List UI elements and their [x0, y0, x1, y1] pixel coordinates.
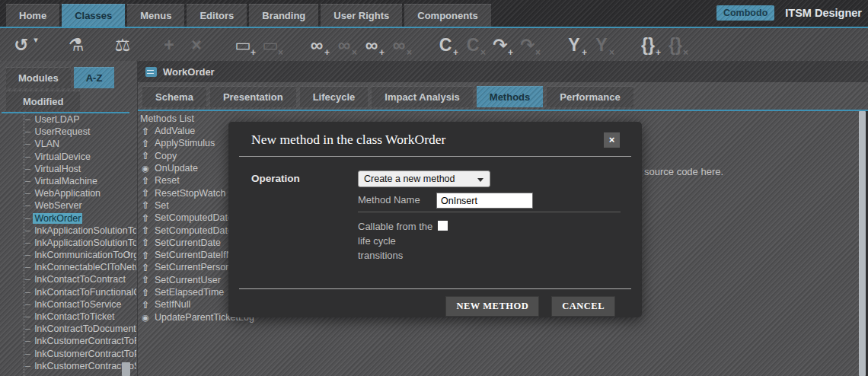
class-item[interactable]: lnkCommunicationToOrga [25, 249, 136, 261]
source-code-hint: source code here. [644, 166, 723, 177]
class-item[interactable]: lnkApplicationSolutionToF [25, 237, 136, 249]
class-title: WorkOrder [163, 66, 215, 78]
nav-tab-branding[interactable]: Branding [249, 4, 318, 27]
add-method-button[interactable]: {} + [638, 31, 658, 59]
undo-menu-caret[interactable]: ▾ [32, 28, 40, 51]
sidebar-tabs: ModulesA-Z [6, 67, 114, 88]
class-icon [145, 67, 157, 77]
delete-stimulus-button[interactable]: C × [463, 31, 483, 59]
class-item[interactable]: VLAN [25, 138, 136, 150]
arrow-up-icon [140, 187, 151, 199]
main-scrollbar[interactable] [859, 111, 866, 376]
delete-method-button[interactable]: {} × [665, 31, 685, 59]
nav-tab-components[interactable]: Components [404, 4, 490, 27]
class-item[interactable]: lnkContactToService [25, 298, 136, 311]
tab-schema[interactable]: Schema [142, 86, 206, 107]
class-item[interactable]: lnkContactToFunctionalCI [25, 286, 136, 298]
tab-methods[interactable]: Methods [477, 86, 543, 107]
top-navbar: HomeClassesMenusEditorsBrandingUser Righ… [0, 0, 868, 27]
class-item[interactable]: lnkCustomerContractToSe [25, 360, 136, 372]
sidebar-tab-modified[interactable]: Modified [6, 91, 80, 111]
callable-label: Callable from the life cycle transitions [358, 219, 440, 263]
delete-lifecycle-action-button[interactable]: ↷ × [518, 31, 538, 59]
app-title: ITSM Designer [785, 7, 862, 19]
class-item[interactable]: lnkApplicationSolutionToB [25, 225, 136, 237]
sidebar-tab-az[interactable]: A-Z [74, 67, 115, 88]
class-item[interactable]: VirtualDevice [25, 151, 136, 163]
add-class-button[interactable]: + [159, 31, 179, 59]
arrow-up-icon [140, 150, 151, 161]
class-item[interactable]: WebServer [25, 199, 136, 212]
add-lifecycle-action-button[interactable]: ↷ + [490, 31, 510, 59]
dialog-title-divider [239, 156, 631, 157]
sidebar: ModulesA-Z Modified UserLDAP UserRequest… [0, 61, 137, 376]
compare-button[interactable]: ⚖ [113, 31, 132, 59]
new-method-dialog: New method in the class WorkOrder × Oper… [228, 122, 642, 317]
delete-link-button[interactable]: ∞ × [334, 31, 354, 59]
dialog-buttons: NEW METHOD CANCEL [445, 296, 615, 317]
undo-button[interactable]: ↺ [11, 31, 31, 59]
class-item[interactable]: lnkCustomerContractToFu [25, 335, 136, 347]
class-item[interactable]: VirtualMachine [25, 175, 136, 187]
class-item[interactable]: WorkOrder [25, 212, 136, 225]
delete-transition-button[interactable]: Y × [592, 31, 611, 59]
nav-tab-user-rights[interactable]: User Rights [321, 4, 402, 27]
tab-performance[interactable]: Performance [547, 86, 633, 107]
add-transition-button[interactable]: Y + [564, 31, 584, 59]
app-window: { "app": { "brand_badge": "Combodo", "br… [0, 0, 868, 376]
class-item[interactable]: VirtualHost [25, 163, 136, 175]
close-icon[interactable]: × [604, 132, 620, 148]
add-link-button[interactable]: ∞ + [307, 31, 327, 59]
arrow-up-icon [140, 262, 151, 273]
tab-lifecycle[interactable]: Lifecycle [300, 86, 369, 107]
event-circle-icon [140, 163, 151, 174]
methods-list-header: Methods List [140, 113, 194, 124]
cancel-button[interactable]: CANCEL [551, 296, 615, 317]
arrow-up-icon [140, 287, 151, 298]
class-item[interactable]: lnkContactToTicket [25, 311, 136, 323]
arrow-up-icon [140, 126, 151, 137]
sidebar-collapse-handle[interactable]: ‹ [127, 248, 130, 258]
nav-tab-menus[interactable]: Menus [127, 4, 184, 27]
arrow-up-icon [140, 299, 151, 311]
arrow-up-icon [140, 212, 151, 224]
callable-checkbox[interactable] [438, 221, 448, 231]
add-linkclass-button[interactable]: ∞ + [362, 31, 381, 59]
nav-underline [0, 27, 868, 28]
delete-linkclass-button[interactable]: ∞ × [389, 31, 409, 59]
new-method-button[interactable]: NEW METHOD [445, 296, 539, 317]
add-stimulus-button[interactable]: C + [436, 31, 455, 59]
arrow-up-icon [140, 225, 151, 236]
sidebar-scrollbar-thumb[interactable] [122, 362, 130, 376]
delete-class-button[interactable]: × [187, 31, 206, 59]
class-item[interactable]: WebApplication [25, 187, 136, 199]
nav-tab-home[interactable]: Home [6, 4, 59, 27]
toolbar: ↺ ▾ ⚗ ⚖ + × ▭ + ▭ [0, 28, 868, 61]
sidebar-tab-modules[interactable]: Modules [6, 67, 71, 88]
delete-field-button[interactable]: ▭ × [260, 31, 280, 59]
operation-select[interactable]: Create a new method [358, 170, 490, 187]
combodo-badge: Combodo [716, 5, 774, 21]
class-item[interactable]: lnkContractToDocument [25, 323, 136, 335]
class-item[interactable]: UserRequest [25, 126, 136, 138]
dialog-row-divider [358, 212, 621, 212]
chevron-down-icon [477, 178, 483, 182]
method-name-input[interactable] [436, 193, 533, 209]
nav-tab-editors[interactable]: Editors [187, 4, 247, 27]
arrow-up-icon [140, 250, 151, 261]
class-item[interactable]: lnkContactToContract [25, 273, 136, 285]
check-model-button[interactable]: ⚗ [66, 31, 86, 59]
class-item[interactable]: lnkConnectableCIToNetwo [25, 261, 136, 273]
class-tabs: SchemaPresentationLifecycleImpact Analys… [142, 86, 633, 107]
tab-presentation[interactable]: Presentation [210, 86, 296, 107]
arrow-up-icon [140, 237, 151, 248]
class-item[interactable]: UserLDAP [25, 113, 136, 126]
tab-impact-analysis[interactable]: Impact Analysis [372, 86, 473, 107]
nav-tabs: HomeClassesMenusEditorsBrandingUser Righ… [6, 4, 491, 27]
nav-tab-classes[interactable]: Classes [62, 4, 125, 27]
class-tree: UserLDAP UserRequest VLAN VirtualDevice … [24, 113, 136, 376]
arrow-up-icon [140, 274, 151, 285]
class-item[interactable]: lnkCustomerContractToPr [25, 348, 136, 360]
event-circle-icon [140, 312, 151, 323]
add-field-button[interactable]: ▭ + [233, 31, 253, 59]
